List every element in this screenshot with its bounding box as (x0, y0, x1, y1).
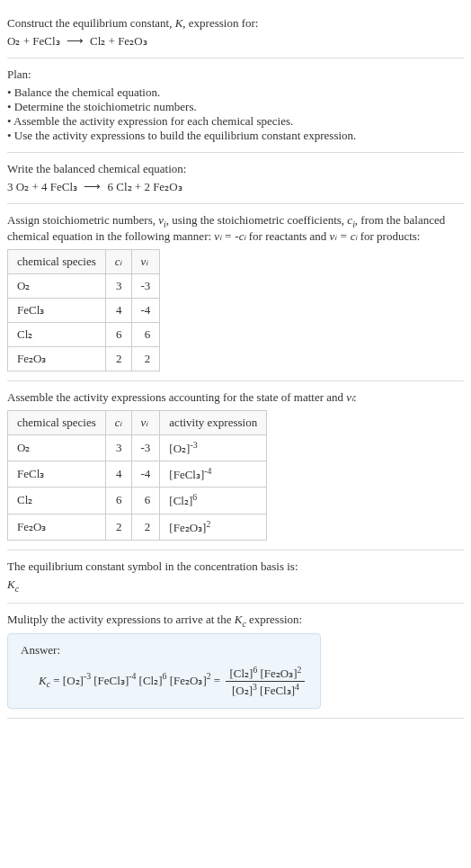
assign-section: Assign stoichiometric numbers, νi, using… (7, 204, 464, 381)
eq-right: 6 Cl₂ + 2 Fe₂O₃ (108, 180, 182, 193)
fraction: [Cl₂]6 [Fe₂O₃]2 [O₂]3 [FeCl₃]4 (226, 665, 305, 699)
intro-text: Construct the equilibrium constant, K, e… (7, 16, 464, 31)
multiply-text: Mulitply the activity expressions to arr… (7, 613, 464, 629)
answer-section: Mulitply the activity expressions to arr… (7, 604, 464, 719)
eq-right: Cl₂ + Fe₂O₃ (90, 34, 147, 48)
table-row: O₂3-3 (8, 273, 160, 298)
answer-label: Answer: (21, 643, 307, 658)
fraction-denominator: [O₂]3 [FeCl₃]4 (226, 682, 305, 698)
arrow-icon: ⟶ (67, 34, 84, 49)
table-row: FeCl₃4-4 (8, 298, 160, 322)
table-row: Fe₂O₃22 (8, 346, 160, 371)
activity-text: Assemble the activity expressions accoun… (7, 390, 464, 405)
table-header-row: chemical species cᵢ νᵢ (8, 249, 160, 273)
col-activity: activity expression (160, 410, 267, 434)
table-row: Fe₂O₃22[Fe₂O₃]2 (8, 514, 267, 540)
table-row: FeCl₃4-4[FeCl₃]-4 (8, 461, 267, 487)
table-row: Cl₂66 (8, 322, 160, 346)
table-row: Cl₂66[Cl₂]6 (8, 488, 267, 514)
col-vi: νᵢ (131, 410, 160, 434)
arrow-icon: ⟶ (84, 180, 101, 194)
col-vi: νᵢ (131, 249, 160, 273)
table-header-row: chemical species cᵢ νᵢ activity expressi… (8, 410, 267, 434)
kc-expression: Kc = [O₂]-3 [FeCl₃]-4 [Cl₂]6 [Fe₂O₃]2 = … (21, 665, 307, 699)
balanced-equation: 3 O₂ + 4 FeCl₃ ⟶ 6 Cl₂ + 2 Fe₂O₃ (7, 180, 464, 194)
unbalanced-equation: O₂ + FeCl₃ ⟶ Cl₂ + Fe₂O₃ (7, 34, 464, 49)
kc-symbol: Kc (7, 577, 464, 594)
eq-left: 3 O₂ + 4 FeCl₃ (7, 180, 77, 193)
col-ci: cᵢ (105, 249, 131, 273)
fraction-numerator: [Cl₂]6 [Fe₂O₃]2 (226, 665, 305, 682)
intro-section: Construct the equilibrium constant, K, e… (7, 7, 464, 58)
plan-item: Use the activity expressions to build th… (7, 129, 464, 143)
eq-left: O₂ + FeCl₃ (7, 34, 60, 48)
assign-text: Assign stoichiometric numbers, νi, using… (7, 213, 464, 244)
plan-item: Determine the stoichiometric numbers. (7, 100, 464, 114)
col-species: chemical species (8, 249, 106, 273)
intro-line1: Construct the equilibrium constant, (7, 16, 175, 30)
balanced-header: Write the balanced chemical equation: (7, 162, 464, 176)
activity-section: Assemble the activity expressions accoun… (7, 381, 464, 550)
col-species: chemical species (8, 410, 106, 434)
activity-table: chemical species cᵢ νᵢ activity expressi… (7, 410, 267, 541)
balanced-section: Write the balanced chemical equation: 3 … (7, 153, 464, 204)
symbol-text: The equilibrium constant symbol in the c… (7, 559, 464, 574)
plan-list: Balance the chemical equation. Determine… (7, 85, 464, 143)
plan-header: Plan: (7, 67, 464, 82)
plan-item: Assemble the activity expression for eac… (7, 114, 464, 129)
stoich-table: chemical species cᵢ νᵢ O₂3-3 FeCl₃4-4 Cl… (7, 249, 160, 371)
plan-item: Balance the chemical equation. (7, 85, 464, 100)
plan-section: Plan: Balance the chemical equation. Det… (7, 58, 464, 153)
answer-box: Answer: Kc = [O₂]-3 [FeCl₃]-4 [Cl₂]6 [Fe… (7, 633, 321, 709)
table-row: O₂3-3[O₂]-3 (8, 434, 267, 461)
symbol-section: The equilibrium constant symbol in the c… (7, 550, 464, 604)
intro-line1b: , expression for: (182, 16, 258, 30)
col-ci: cᵢ (105, 410, 131, 434)
